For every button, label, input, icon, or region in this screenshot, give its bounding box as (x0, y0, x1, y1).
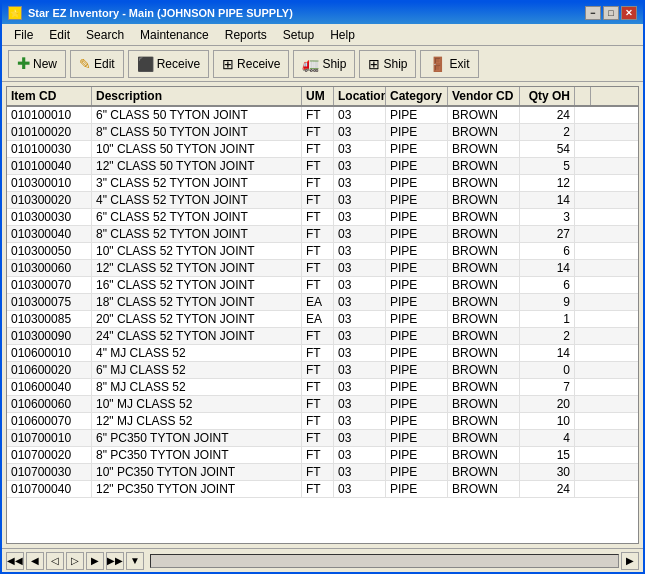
col-header-itemcd: Item CD (7, 87, 92, 105)
close-button[interactable]: ✕ (621, 6, 637, 20)
cell-desc: 16" CLASS 52 TYTON JOINT (92, 277, 302, 293)
cell-itemcd: 010600060 (7, 396, 92, 412)
cell-um: FT (302, 345, 334, 361)
table-row[interactable]: 010700020 8" PC350 TYTON JOINT FT 03 PIP… (7, 447, 638, 464)
cell-um: FT (302, 430, 334, 446)
new-button[interactable]: ✚ New (8, 50, 66, 78)
cell-category: PIPE (386, 192, 448, 208)
table-row[interactable]: 010300075 18" CLASS 52 TYTON JOINT EA 03… (7, 294, 638, 311)
receive1-label: Receive (157, 57, 200, 71)
exit-icon: 🚪 (429, 56, 446, 72)
menu-help[interactable]: Help (322, 26, 363, 44)
table-row[interactable]: 010100010 6" CLASS 50 TYTON JOINT FT 03 … (7, 107, 638, 124)
table-row[interactable]: 010300020 4" CLASS 52 TYTON JOINT FT 03 … (7, 192, 638, 209)
nav-filter-button[interactable]: ▼ (126, 552, 144, 570)
cell-um: FT (302, 107, 334, 123)
menu-reports[interactable]: Reports (217, 26, 275, 44)
table-row[interactable]: 010300030 6" CLASS 52 TYTON JOINT FT 03 … (7, 209, 638, 226)
cell-vendor: BROWN (448, 464, 520, 480)
nav-last-button[interactable]: ▶▶ (106, 552, 124, 570)
edit-button[interactable]: ✎ Edit (70, 50, 124, 78)
table-row[interactable]: 010600040 8" MJ CLASS 52 FT 03 PIPE BROW… (7, 379, 638, 396)
cell-itemcd: 010600020 (7, 362, 92, 378)
cell-itemcd: 010300010 (7, 175, 92, 191)
main-window: ⭐ Star EZ Inventory - Main (JOHNSON PIPE… (0, 0, 645, 574)
table-row[interactable]: 010600070 12" MJ CLASS 52 FT 03 PIPE BRO… (7, 413, 638, 430)
table-row[interactable]: 010100020 8" CLASS 50 TYTON JOINT FT 03 … (7, 124, 638, 141)
table-row[interactable]: 010300060 12" CLASS 52 TYTON JOINT FT 03… (7, 260, 638, 277)
nav-first-button[interactable]: ◀◀ (6, 552, 24, 570)
cell-qty: 6 (520, 277, 575, 293)
col-header-vendor: Vendor CD (448, 87, 520, 105)
nav-next-many-button[interactable]: ▶ (86, 552, 104, 570)
nav-bar: ◀◀ ◀ ◁ ▷ ▶ ▶▶ ▼ ▶ (2, 548, 643, 572)
cell-vendor: BROWN (448, 243, 520, 259)
horiz-scrollbar[interactable] (150, 554, 619, 568)
exit-button[interactable]: 🚪 Exit (420, 50, 478, 78)
horiz-scroll-right[interactable]: ▶ (621, 552, 639, 570)
table-row[interactable]: 010700010 6" PC350 TYTON JOINT FT 03 PIP… (7, 430, 638, 447)
cell-um: EA (302, 294, 334, 310)
table-row[interactable]: 010300085 20" CLASS 52 TYTON JOINT EA 03… (7, 311, 638, 328)
col-header-qty: Qty OH (520, 87, 575, 105)
cell-desc: 6" CLASS 52 TYTON JOINT (92, 209, 302, 225)
cell-itemcd: 010700030 (7, 464, 92, 480)
table-body[interactable]: 010100010 6" CLASS 50 TYTON JOINT FT 03 … (7, 107, 638, 543)
cell-desc: 8" CLASS 52 TYTON JOINT (92, 226, 302, 242)
table-row[interactable]: 010100030 10" CLASS 50 TYTON JOINT FT 03… (7, 141, 638, 158)
cell-um: FT (302, 141, 334, 157)
table-row[interactable]: 010300040 8" CLASS 52 TYTON JOINT FT 03 … (7, 226, 638, 243)
menu-search[interactable]: Search (78, 26, 132, 44)
cell-category: PIPE (386, 209, 448, 225)
table-row[interactable]: 010300070 16" CLASS 52 TYTON JOINT FT 03… (7, 277, 638, 294)
ship2-button[interactable]: ⊞ Ship (359, 50, 416, 78)
cell-category: PIPE (386, 481, 448, 497)
cell-location: 03 (334, 481, 386, 497)
maximize-button[interactable]: □ (603, 6, 619, 20)
cell-vendor: BROWN (448, 175, 520, 191)
receive2-icon: ⊞ (222, 56, 234, 72)
cell-category: PIPE (386, 447, 448, 463)
cell-desc: 3" CLASS 52 TYTON JOINT (92, 175, 302, 191)
menu-edit[interactable]: Edit (41, 26, 78, 44)
nav-prev-many-button[interactable]: ◀ (26, 552, 44, 570)
nav-next-button[interactable]: ▷ (66, 552, 84, 570)
app-icon: ⭐ (8, 6, 22, 20)
nav-prev-button[interactable]: ◁ (46, 552, 64, 570)
cell-category: PIPE (386, 362, 448, 378)
cell-qty: 54 (520, 141, 575, 157)
table-row[interactable]: 010700040 12" PC350 TYTON JOINT FT 03 PI… (7, 481, 638, 498)
cell-vendor: BROWN (448, 226, 520, 242)
menu-maintenance[interactable]: Maintenance (132, 26, 217, 44)
minimize-button[interactable]: − (585, 6, 601, 20)
cell-vendor: BROWN (448, 362, 520, 378)
table-row[interactable]: 010600060 10" MJ CLASS 52 FT 03 PIPE BRO… (7, 396, 638, 413)
table-row[interactable]: 010100040 12" CLASS 50 TYTON JOINT FT 03… (7, 158, 638, 175)
ship1-button[interactable]: 🚛 Ship (293, 50, 355, 78)
table-row[interactable]: 010700030 10" PC350 TYTON JOINT FT 03 PI… (7, 464, 638, 481)
cell-category: PIPE (386, 107, 448, 123)
ship1-label: Ship (322, 57, 346, 71)
cell-vendor: BROWN (448, 260, 520, 276)
ship1-icon: 🚛 (302, 56, 319, 72)
cell-desc: 12" PC350 TYTON JOINT (92, 481, 302, 497)
receive2-button[interactable]: ⊞ Receive (213, 50, 289, 78)
table-row[interactable]: 010300010 3" CLASS 52 TYTON JOINT FT 03 … (7, 175, 638, 192)
table-row[interactable]: 010600010 4" MJ CLASS 52 FT 03 PIPE BROW… (7, 345, 638, 362)
cell-itemcd: 010100010 (7, 107, 92, 123)
menu-bar: File Edit Search Maintenance Reports Set… (2, 24, 643, 46)
table-row[interactable]: 010600020 6" MJ CLASS 52 FT 03 PIPE BROW… (7, 362, 638, 379)
menu-file[interactable]: File (6, 26, 41, 44)
receive1-button[interactable]: ⬛ Receive (128, 50, 209, 78)
table-row[interactable]: 010300090 24" CLASS 52 TYTON JOINT FT 03… (7, 328, 638, 345)
cell-itemcd: 010100040 (7, 158, 92, 174)
cell-desc: 12" MJ CLASS 52 (92, 413, 302, 429)
col-header-um: UM (302, 87, 334, 105)
cell-itemcd: 010300020 (7, 192, 92, 208)
table-row[interactable]: 010300050 10" CLASS 52 TYTON JOINT FT 03… (7, 243, 638, 260)
cell-location: 03 (334, 277, 386, 293)
cell-vendor: BROWN (448, 430, 520, 446)
cell-qty: 24 (520, 481, 575, 497)
menu-setup[interactable]: Setup (275, 26, 322, 44)
data-table: Item CD Description UM Location Category… (6, 86, 639, 544)
